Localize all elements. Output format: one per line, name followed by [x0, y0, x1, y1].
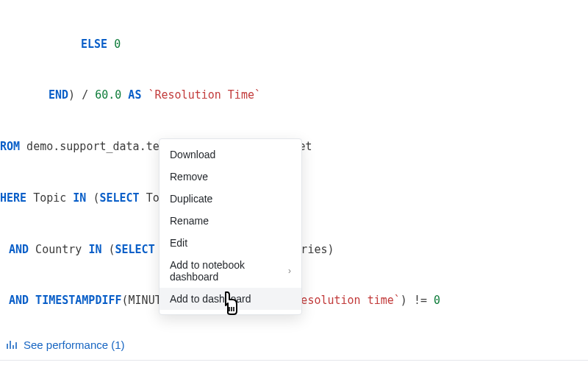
see-performance-label: See performance (1) [24, 339, 125, 351]
menu-download[interactable]: Download [159, 144, 301, 166]
menu-rename[interactable]: Rename [159, 210, 301, 232]
sql-keyword: ELSE [81, 38, 107, 51]
menu-duplicate[interactable]: Duplicate [159, 188, 301, 210]
sql-string: `Resolution Time` [148, 88, 261, 102]
code-line: ELSE 0 [0, 36, 588, 53]
tab-context-menu: Download Remove Duplicate Rename Edit Ad… [159, 138, 302, 315]
menu-add-to-dashboard[interactable]: Add to dashboard [159, 288, 301, 310]
sql-keyword: ROM [0, 140, 20, 153]
sql-keyword: AS [121, 88, 148, 102]
menu-remove[interactable]: Remove [159, 166, 301, 188]
menu-edit[interactable]: Edit [159, 232, 301, 254]
sql-keyword: END [49, 88, 68, 102]
bar-chart-icon [6, 339, 18, 350]
sql-number: 60.0 [95, 88, 121, 102]
chevron-right-icon: › [288, 266, 291, 276]
sql-keyword: HERE [0, 191, 26, 205]
code-line: END) / 60.0 AS `Resolution Time` [0, 87, 588, 104]
menu-add-to-notebook-dashboard[interactable]: Add to notebook dashboard› [159, 254, 301, 288]
sql-text: ) / [68, 88, 95, 102]
sql-number: 0 [114, 38, 121, 51]
see-performance-link[interactable]: See performance (1) [0, 331, 588, 360]
result-tabs: le Satisfaction by source [0, 361, 588, 368]
